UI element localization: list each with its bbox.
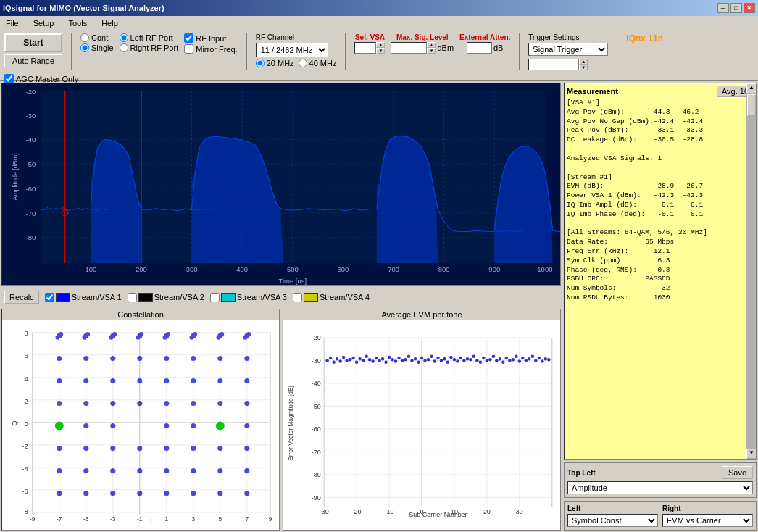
freq-20-radio[interactable] — [256, 59, 265, 67]
svg-point-94 — [244, 356, 249, 361]
scroll-down-button[interactable]: ▼ — [746, 449, 757, 459]
svg-point-68 — [82, 336, 86, 340]
svg-point-121 — [137, 446, 142, 451]
svg-point-223 — [459, 357, 462, 359]
single-radio[interactable] — [80, 43, 89, 52]
divider-3 — [345, 33, 346, 70]
trigger-select[interactable]: Signal Trigger — [528, 43, 608, 56]
rf-channel-section: RF Channel 11 / 2462 MHz 20 MHz 40 MHz — [256, 33, 337, 67]
stream2-label: Stream/VSA 2 — [154, 293, 204, 302]
left-select[interactable]: Symbol Const — [567, 514, 658, 527]
svg-text:100: 100 — [85, 266, 96, 273]
right-select[interactable]: EVM vs Carrier — [662, 514, 753, 527]
max-sig-input[interactable]: -19.00 — [391, 42, 427, 54]
sel-vsa-input[interactable]: 1 — [354, 42, 376, 54]
trigger-db-down[interactable]: ▼ — [579, 65, 588, 70]
recalc-button[interactable]: Recalc — [4, 291, 39, 304]
svg-point-132 — [217, 468, 222, 473]
svg-point-182 — [325, 359, 328, 362]
svg-point-99 — [164, 378, 169, 383]
svg-point-250 — [547, 358, 550, 361]
stream3-checkbox[interactable] — [210, 293, 220, 302]
trigger-db-up[interactable]: ▲ — [579, 59, 588, 65]
minimize-button[interactable]: ─ — [717, 3, 729, 13]
right-rf-label: Right RF Port — [130, 43, 179, 52]
cont-radio[interactable] — [80, 33, 89, 42]
svg-point-70 — [112, 332, 117, 336]
rf-input-checkbox[interactable] — [184, 33, 193, 43]
svg-text:30: 30 — [516, 508, 523, 515]
menu-help[interactable]: Help — [99, 17, 121, 29]
auto-range-button[interactable]: Auto Range — [4, 54, 62, 67]
left-rf-radio[interactable] — [120, 33, 128, 42]
svg-point-122 — [164, 446, 169, 451]
evm-chart: Average EVM per tone — [283, 309, 561, 531]
svg-text:-3: -3 — [110, 515, 116, 523]
bottom-charts: Constellation — [1, 309, 561, 531]
svg-point-135 — [83, 491, 88, 496]
svg-point-109 — [217, 401, 222, 406]
svg-text:200: 200 — [136, 266, 147, 273]
svg-point-205 — [401, 359, 404, 362]
svg-point-130 — [164, 468, 169, 473]
svg-point-231 — [486, 359, 488, 362]
left-label: Left — [567, 504, 658, 512]
svg-text:-40: -40 — [312, 380, 321, 387]
svg-point-88 — [83, 356, 88, 361]
maximize-button[interactable]: □ — [730, 3, 742, 13]
mirror-freq-checkbox[interactable] — [184, 44, 193, 54]
svg-point-71 — [109, 336, 113, 340]
max-sig-down[interactable]: ▼ — [427, 48, 436, 54]
toolbar-start-section: Start Auto Range Cont Single Left — [4, 33, 663, 83]
right-rf-radio[interactable] — [120, 43, 128, 52]
main-content: -20 -30 -40 -50 -60 -70 -80 100 200 300 … — [0, 81, 758, 532]
svg-text:-30: -30 — [26, 112, 36, 120]
menu-tools[interactable]: Tools — [65, 17, 90, 29]
stream1-checkbox[interactable] — [45, 293, 54, 302]
svg-point-244 — [528, 357, 530, 360]
trigger-settings-label: Trigger Settings — [528, 33, 608, 41]
menu-setup[interactable]: Setup — [30, 17, 57, 29]
scroll-up-button[interactable]: ▲ — [746, 83, 757, 93]
menu-bar: File Setup Tools Help — [0, 16, 758, 30]
svg-point-197 — [375, 357, 378, 359]
ext-atten-input[interactable]: 0 — [467, 42, 492, 54]
svg-point-211 — [420, 357, 423, 359]
svg-point-186 — [338, 359, 341, 362]
ext-atten-label: External Atten. — [459, 33, 510, 41]
scroll-thumb[interactable] — [747, 94, 756, 116]
max-sig-up[interactable]: ▲ — [427, 42, 436, 48]
svg-point-185 — [336, 357, 338, 360]
freq-40-radio[interactable] — [299, 59, 307, 67]
start-button[interactable]: Start — [4, 33, 62, 52]
save-button[interactable]: Save — [722, 466, 753, 479]
svg-point-195 — [368, 358, 371, 361]
svg-point-65 — [55, 336, 59, 340]
svg-point-140 — [217, 491, 222, 496]
trigger-db-input[interactable]: -33 dB max — [528, 59, 579, 70]
menu-file[interactable]: File — [3, 17, 22, 29]
sel-vsa-down[interactable]: ▼ — [376, 48, 385, 54]
svg-text:Amplitude [dBm]: Amplitude [dBm] — [12, 153, 19, 200]
svg-point-123 — [191, 446, 196, 451]
top-left-select[interactable]: Amplitude — [567, 481, 753, 494]
svg-point-219 — [446, 360, 449, 363]
svg-point-107 — [164, 401, 169, 406]
close-button[interactable]: ✕ — [744, 3, 755, 13]
svg-point-196 — [371, 359, 374, 362]
stream2-checkbox[interactable] — [128, 293, 137, 302]
svg-point-199 — [381, 357, 384, 360]
left-right-panel: Left Symbol Const Right EVM vs Carrier — [564, 501, 757, 531]
svg-point-100 — [191, 378, 196, 383]
stream4-checkbox[interactable] — [293, 293, 302, 302]
svg-point-120 — [110, 446, 115, 451]
svg-point-226 — [469, 358, 472, 361]
stream3-color-box — [221, 293, 236, 302]
svg-text:300: 300 — [186, 266, 198, 273]
svg-point-236 — [501, 360, 504, 363]
svg-point-215 — [433, 359, 436, 362]
rf-channel-select[interactable]: 11 / 2462 MHz — [256, 43, 328, 57]
svg-text:-2: -2 — [22, 442, 28, 450]
svg-point-138 — [164, 491, 169, 496]
sel-vsa-up[interactable]: ▲ — [376, 42, 385, 48]
